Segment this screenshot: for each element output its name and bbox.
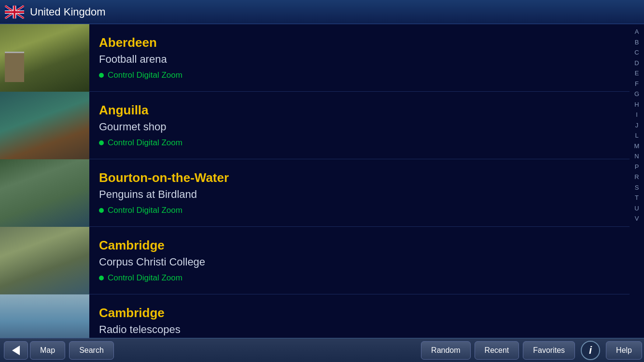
item-description: Corpus Christi College [99, 256, 620, 268]
search-section: Search [69, 341, 114, 360]
alpha-letter-e[interactable]: E [635, 68, 639, 79]
alpha-letter-d[interactable]: D [634, 58, 639, 69]
header: United Kingdom [0, 0, 644, 24]
alpha-letter-h[interactable]: H [634, 99, 639, 110]
item-thumbnail [0, 159, 89, 227]
map-button[interactable]: Map [30, 341, 65, 360]
random-button[interactable]: Random [421, 341, 470, 360]
page-title: United Kingdom [30, 6, 106, 18]
item-description: Gourmet shop [99, 121, 620, 133]
item-thumbnail [0, 227, 89, 294]
alpha-letter-c[interactable]: C [634, 47, 639, 58]
item-info: Aberdeen Football arena Control Digital … [89, 24, 630, 91]
alpha-letter-v[interactable]: V [635, 213, 639, 224]
alpha-letter-s[interactable]: S [635, 182, 639, 193]
zoom-dot-icon [99, 276, 104, 280]
item-description: Penguins at Birdland [99, 188, 620, 201]
alpha-letter-u[interactable]: U [634, 203, 639, 214]
item-name: Cambridge [99, 306, 620, 320]
bottom-toolbar: Map Search Random Recent Favorites i Hel… [0, 338, 644, 362]
item-description: Radio telescopes [99, 323, 620, 336]
uk-flag-icon [5, 5, 24, 19]
alpha-letter-f[interactable]: F [635, 79, 639, 89]
alpha-letter-l[interactable]: L [635, 130, 638, 141]
search-button[interactable]: Search [69, 341, 114, 360]
random-section: Random [421, 341, 470, 360]
zoom-dot-icon [99, 73, 104, 78]
item-zoom[interactable]: Control Digital Zoom [99, 206, 620, 215]
item-info: Bourton-on-the-Water Penguins at Birdlan… [89, 159, 630, 226]
back-button[interactable] [4, 341, 28, 360]
item-zoom[interactable]: Control Digital Zoom [99, 138, 620, 148]
alpha-letter-n[interactable]: N [634, 151, 639, 162]
info-button[interactable]: i [581, 341, 600, 360]
item-name: Cambridge [99, 238, 620, 253]
alphabet-sidebar: ABCDEFGHIJLMNPRSTUV [630, 24, 644, 362]
alpha-letter-m[interactable]: M [634, 141, 640, 152]
camera-list: Aberdeen Football arena Control Digital … [0, 24, 630, 362]
alpha-letter-p[interactable]: P [635, 162, 639, 172]
recent-button[interactable]: Recent [475, 341, 519, 360]
alpha-letter-a[interactable]: A [635, 27, 639, 37]
item-name: Anguilla [99, 103, 620, 118]
alpha-letter-b[interactable]: B [635, 37, 639, 48]
item-zoom[interactable]: Control Digital Zoom [99, 273, 620, 283]
item-thumbnail [0, 24, 89, 92]
main-content: Aberdeen Football arena Control Digital … [0, 24, 644, 362]
help-section: Help [606, 341, 642, 360]
zoom-label: Control Digital Zoom [108, 138, 182, 148]
item-info: Anguilla Gourmet shop Control Digital Zo… [89, 92, 630, 159]
alpha-letter-t[interactable]: T [635, 193, 639, 203]
zoom-label: Control Digital Zoom [108, 70, 182, 80]
item-description: Football arena [99, 53, 620, 66]
item-info: Cambridge Corpus Christi College Control… [89, 227, 630, 294]
alpha-letter-g[interactable]: G [634, 89, 639, 99]
zoom-label: Control Digital Zoom [108, 206, 182, 215]
alpha-letter-r[interactable]: R [634, 172, 639, 182]
favorites-button[interactable]: Favorites [523, 341, 575, 360]
item-name: Aberdeen [99, 35, 620, 50]
list-item[interactable]: Aberdeen Football arena Control Digital … [0, 24, 630, 92]
list-item[interactable]: Bourton-on-the-Water Penguins at Birdlan… [0, 159, 630, 227]
zoom-label: Control Digital Zoom [108, 273, 182, 283]
item-thumbnail [0, 92, 89, 159]
zoom-dot-icon [99, 140, 104, 145]
map-section: Map [30, 341, 65, 360]
item-zoom[interactable]: Control Digital Zoom [99, 70, 620, 80]
list-item[interactable]: Anguilla Gourmet shop Control Digital Zo… [0, 92, 630, 159]
zoom-dot-icon [99, 208, 104, 213]
list-item[interactable]: Cambridge Corpus Christi College Control… [0, 227, 630, 294]
item-name: Bourton-on-the-Water [99, 170, 620, 185]
alpha-letter-j[interactable]: J [635, 120, 639, 131]
back-arrow-icon [12, 346, 20, 355]
favorites-section: Favorites [523, 341, 575, 360]
alpha-letter-i[interactable]: I [636, 110, 638, 120]
help-button[interactable]: Help [606, 341, 642, 360]
recent-section: Recent [475, 341, 519, 360]
